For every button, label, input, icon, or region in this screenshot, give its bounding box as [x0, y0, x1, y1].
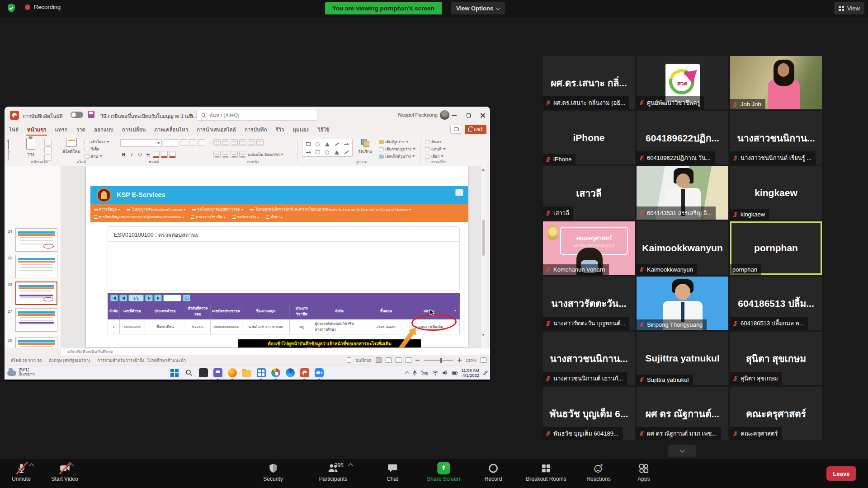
shape-outline-button[interactable]: เส้นกรอบรูปร่าง [379, 146, 415, 152]
pen-icon[interactable] [483, 371, 488, 375]
unmute-button[interactable]: Unmute [12, 461, 31, 482]
shape-fill-button[interactable]: เติมสีรูปร่าง [379, 139, 415, 145]
new-slide-button[interactable]: สไลด์ใหม่ [62, 138, 80, 155]
save-icon[interactable] [88, 111, 94, 118]
participant-tile[interactable]: 604143531 สรรเสริญ อิ... [637, 166, 728, 220]
normal-view-button[interactable] [376, 357, 382, 363]
ksp-nav-item[interactable]: ตรวจข้อมูล [94, 206, 120, 212]
tab-ไฟล์[interactable]: ไฟล์ [9, 126, 19, 134]
participant-tile[interactable]: 604189622ปฏิก...604189622ปฏิภาณ วัน... [637, 111, 728, 164]
taskbar-icon-task-view[interactable] [198, 367, 209, 378]
zoom-level[interactable]: 130% [466, 358, 476, 363]
taskbar-icon-file-explorer[interactable] [241, 367, 252, 378]
volume-icon[interactable] [442, 370, 448, 375]
accessibility-status[interactable]: การช่วยสำหรับการเข้าถึง: โปรดศึกษาคำแนะน… [97, 357, 186, 364]
taskbar-icon-store[interactable] [255, 367, 267, 378]
participant-tile[interactable]: kingkaewkingkaew [730, 166, 822, 220]
chat-button[interactable]: Chat [387, 461, 398, 482]
first-page-button[interactable] [110, 295, 118, 301]
shapes-gallery[interactable] [302, 139, 353, 157]
find-button[interactable]: ค้นหา [425, 139, 446, 145]
zoom-out-button[interactable] [415, 360, 420, 361]
participant-tile[interactable]: iPhoneiPhone [543, 111, 635, 164]
font-size-select[interactable] [164, 139, 178, 147]
restore-button[interactable] [461, 107, 476, 124]
tab-รีวิว[interactable]: รีวิว [275, 126, 284, 134]
participant-tile[interactable]: KaimookkwanyunKaimookkwanyun [637, 221, 728, 275]
reading-view-button[interactable] [396, 357, 401, 363]
leave-button[interactable]: Leave [826, 466, 856, 481]
highlight-button[interactable] [161, 151, 168, 158]
notes-bar[interactable]: คลิกเพื่อที่จะเพิ่มบันทึกย่อ [61, 348, 490, 355]
tab-ภาพเคลื่อนไหว[interactable]: ภาพเคลื่อนไหว [154, 126, 188, 134]
next-page-button[interactable] [145, 295, 153, 301]
copy-button[interactable] [44, 146, 52, 153]
slide-thumbnail-26[interactable] [15, 282, 57, 305]
taskbar-icon-powerpoint[interactable] [299, 367, 310, 378]
slide-thumbnail-27[interactable] [15, 308, 57, 332]
language-indicator[interactable]: อังกฤษ (สหรัฐอเมริกา) [49, 357, 90, 364]
language-switcher[interactable]: ไทย [421, 370, 429, 376]
tab-แทรก[interactable]: แทรก [55, 126, 67, 134]
participant-tile[interactable]: คณะครุศาสตร์มหาวิทยาลัยราชภัฏเพชรบุรีKom… [543, 221, 635, 275]
chevron-up-icon[interactable] [348, 463, 353, 468]
participant-tile[interactable]: Sujittra yatnukulSujittra yatnukul [637, 332, 728, 385]
participant-tile[interactable]: สุนิตา สุขเกษมสุนิตา สุขเกษม [730, 332, 822, 385]
bullets-button[interactable] [213, 139, 221, 146]
slideshow-button[interactable] [406, 357, 411, 363]
align-center-button[interactable] [222, 151, 229, 158]
notes-icon[interactable] [347, 357, 351, 363]
undo-button[interactable] [8, 141, 9, 149]
weather-widget[interactable]: 29°C มีเมฆมาก [7, 367, 35, 377]
ppt-share-button[interactable]: แชร์ [465, 125, 486, 134]
tab-การบันทึก[interactable]: การบันทึก [245, 126, 267, 134]
slide-sorter-view-button[interactable] [386, 357, 392, 363]
font-name-select[interactable] [120, 139, 162, 147]
justify-button[interactable] [239, 151, 246, 158]
tab-วาด[interactable]: วาด [76, 126, 85, 134]
security-button[interactable]: Security [263, 461, 283, 482]
increase-font-button[interactable] [180, 139, 187, 146]
tray-expand-icon[interactable] [405, 371, 410, 376]
taskbar-icon-search[interactable] [183, 367, 194, 378]
wifi-icon[interactable] [432, 371, 439, 375]
canvas-scrollbar[interactable] [481, 166, 486, 348]
ksp-nav-item[interactable]: ใบอนุญาต/Professional License [127, 206, 185, 212]
taskbar-icon-firefox[interactable] [226, 367, 238, 378]
zoom-in-button[interactable] [458, 358, 462, 362]
reactions-button[interactable]: Reactions [586, 461, 610, 482]
clear-format-button[interactable] [198, 139, 205, 146]
start-video-button[interactable]: Start Video [51, 461, 78, 482]
comments-button[interactable] [450, 125, 462, 134]
ksp-nav-item[interactable]: ขอรับรางวัล [232, 214, 259, 220]
zoom-slider[interactable] [424, 360, 453, 361]
reload-table-button[interactable] [183, 295, 190, 301]
slide-thumbnail-28[interactable] [15, 337, 57, 348]
page-jump-input[interactable] [163, 295, 181, 301]
participant-tile[interactable]: pornphanpornphan [730, 221, 822, 275]
char-spacing-button[interactable] [169, 151, 176, 158]
taskbar-clock[interactable]: 11:08 AM 4/1/2022 [462, 368, 479, 378]
more-participants-button[interactable] [668, 445, 696, 457]
participant-tile[interactable]: เสาวลีเสาวลี [543, 166, 635, 220]
participants-button[interactable]: 295Participants [319, 461, 348, 482]
breakout-rooms-button[interactable]: Breakout Rooms [526, 461, 566, 482]
tab-การนำเสนอสไลด์[interactable]: การนำเสนอสไลด์ [197, 126, 236, 134]
record-button[interactable]: Record [485, 461, 502, 482]
text-direction-button[interactable] [256, 139, 264, 146]
scrollbar-thumb[interactable] [482, 220, 485, 256]
participant-tile[interactable]: ผศ ดร ณัฐกานต์...ผศ ดร ณัฐกานต์ มรภ เพช.… [637, 387, 728, 440]
taskbar-icon-zoom[interactable] [313, 367, 325, 378]
font-style-button-I[interactable]: I [128, 152, 135, 157]
ksp-nav-item[interactable]: ขอใบอนุญาตปฏิบัติการสอน [192, 206, 244, 212]
arrange-button[interactable]: จัดเรียง [358, 138, 372, 155]
prev-page-button[interactable] [119, 295, 127, 301]
slide-thumbnail-25[interactable] [15, 255, 57, 278]
ksp-nav-item[interactable]: ใบอนุญาตอิเล็กทรอนิกส์และสำเนาใบอนุญาต/E… [250, 206, 411, 212]
tray-mic-icon[interactable] [412, 370, 417, 376]
minimize-button[interactable] [447, 107, 461, 124]
ksp-nav-item[interactable]: ทะเบียนข้อมูล/Professional Registration … [94, 214, 184, 220]
font-style-button-S[interactable]: S [145, 152, 151, 157]
redo-button[interactable] [8, 152, 9, 160]
ppt-search-box[interactable]: ค้นหา (Alt+Q) [196, 110, 317, 121]
